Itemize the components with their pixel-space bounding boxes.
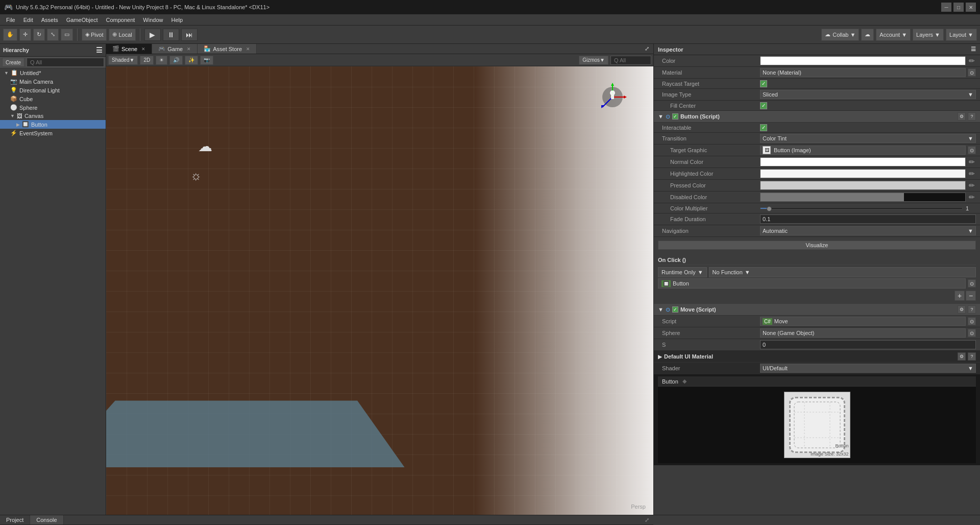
script-field[interactable]: C# Move [760, 317, 966, 326]
button-script-settings-button[interactable]: ⚙ [958, 112, 966, 121]
visualize-button[interactable]: Visualize [658, 241, 976, 250]
raycast-checkbox[interactable]: ✓ [760, 80, 767, 87]
color-multiplier-slider-thumb[interactable] [767, 206, 772, 211]
hierarchy-item-main-camera[interactable]: 📷 Main Camera [0, 77, 106, 86]
hierarchy-item-sphere[interactable]: ⚪ Sphere [0, 103, 106, 112]
fade-duration-input[interactable]: 0.1 [760, 214, 976, 224]
runtime-only-dropdown[interactable]: Runtime Only ▼ [658, 267, 707, 277]
hierarchy-create-button[interactable]: Create [2, 58, 24, 67]
transition-dropdown[interactable]: Color Tint ▼ [760, 134, 976, 143]
material-select-button[interactable]: ⊙ [968, 68, 976, 77]
hierarchy-item-canvas[interactable]: ▼ 🖼 Canvas [0, 112, 106, 120]
layout-button[interactable]: Layout ▼ [946, 29, 977, 41]
interactable-checkbox[interactable]: ✓ [760, 124, 767, 131]
lighting-button[interactable]: ☀ [156, 56, 167, 65]
highlighted-color-edit-button[interactable]: ✏ [968, 170, 976, 178]
hierarchy-item-untitled[interactable]: ▼ 📋 Untitled* [0, 68, 106, 77]
default-material-header[interactable]: ▶ Default UI Material ⚙ ? [654, 351, 980, 363]
collab-button[interactable]: ☁ Collab ▼ [821, 29, 859, 41]
cloud-button[interactable]: ☁ [861, 29, 874, 41]
material-field[interactable]: None (Material) [760, 68, 966, 77]
move-script-header[interactable]: ▼ ⊙ ✓ Move (Script) ⚙ ? [654, 304, 980, 316]
gizmos-button[interactable]: Gizmos ▼ [579, 56, 608, 65]
step-button[interactable]: ⏭ [181, 29, 198, 41]
hand-tool-button[interactable]: ✋ [3, 29, 17, 41]
shading-dropdown-button[interactable]: Shaded ▼ [108, 56, 138, 65]
menu-file[interactable]: File [2, 16, 19, 24]
color-multiplier-slider-track[interactable] [760, 207, 963, 209]
sphere-select-button[interactable]: ⊙ [968, 329, 976, 337]
navigation-dropdown[interactable]: Automatic ▼ [760, 226, 976, 235]
sphere-field[interactable]: None (Game Object) [760, 328, 966, 338]
asset-store-tab-close[interactable]: ✕ [246, 46, 250, 52]
2d-button[interactable]: 2D [140, 56, 154, 65]
normal-color-edit-button[interactable]: ✏ [968, 158, 976, 166]
button-script-header[interactable]: ▼ ⊙ ✓ Button (Script) ⚙ ? [654, 111, 980, 123]
s-input[interactable]: 0 [760, 340, 976, 349]
no-function-dropdown[interactable]: No Function ▼ [709, 267, 976, 277]
tab-scene[interactable]: 🎬 Scene ✕ [106, 44, 152, 54]
onclick-add-button[interactable]: + [954, 291, 965, 301]
tab-project[interactable]: Project [0, 515, 30, 524]
fill-center-checkbox[interactable]: ✓ [760, 102, 767, 109]
scale-tool-button[interactable]: ⤡ [47, 29, 59, 41]
local-button[interactable]: ⊕ Local [109, 29, 135, 41]
color-edit-button[interactable]: ✏ [968, 57, 976, 65]
pivot-button[interactable]: ◈ Pivot [82, 29, 107, 41]
scene-search-input[interactable] [610, 56, 651, 65]
maximize-button[interactable]: □ [953, 3, 964, 12]
normal-color-swatch[interactable] [760, 157, 966, 166]
image-type-dropdown[interactable]: Sliced ▼ [760, 90, 976, 99]
viewport-maximize-icon[interactable]: ⤢ [641, 45, 653, 52]
rotate-tool-button[interactable]: ↻ [33, 29, 45, 41]
default-material-settings-button[interactable]: ⚙ [958, 352, 966, 361]
default-material-help-button[interactable]: ? [968, 352, 976, 361]
onclick-remove-button[interactable]: − [966, 291, 976, 301]
shader-dropdown[interactable]: UI/Default ▼ [760, 364, 976, 373]
hierarchy-item-cube[interactable]: 📦 Cube [0, 94, 106, 103]
target-graphic-field[interactable]: 🖼 Button (Image) [760, 146, 966, 155]
menu-assets[interactable]: Assets [37, 16, 62, 24]
pressed-color-swatch[interactable] [760, 181, 966, 190]
project-maximize-icon[interactable]: ⤢ [641, 517, 653, 523]
button-script-enable-checkbox[interactable]: ✓ [672, 113, 678, 120]
tab-console[interactable]: Console [30, 515, 63, 524]
menu-window[interactable]: Window [139, 16, 167, 24]
close-button[interactable]: ✕ [966, 3, 976, 12]
move-script-enable-checkbox[interactable]: ✓ [672, 306, 678, 313]
menu-component[interactable]: Component [102, 16, 139, 24]
menu-help[interactable]: Help [167, 16, 187, 24]
hierarchy-item-button[interactable]: ▶ 🔲 Button [0, 120, 106, 129]
pause-button[interactable]: ⏸ [163, 29, 179, 41]
scene-camera-button[interactable]: 📷 [200, 56, 213, 65]
button-script-help-button[interactable]: ? [968, 112, 976, 121]
onclick-target-select-button[interactable]: ⊙ [968, 279, 976, 288]
rect-tool-button[interactable]: ▭ [61, 29, 73, 41]
highlighted-color-swatch[interactable] [760, 169, 966, 178]
hierarchy-search-input[interactable] [27, 58, 104, 67]
layers-button[interactable]: Layers ▼ [913, 29, 944, 41]
disabled-color-swatch[interactable] [760, 193, 966, 202]
play-button[interactable]: ▶ [144, 29, 161, 41]
account-button[interactable]: Account ▼ [876, 29, 911, 41]
audio-button[interactable]: 🔊 [169, 56, 183, 65]
color-swatch[interactable] [760, 56, 966, 65]
game-tab-close[interactable]: ✕ [187, 46, 191, 52]
menu-gameobject[interactable]: GameObject [62, 16, 102, 24]
scene-view[interactable]: ☁ ☼ Pe [106, 66, 653, 515]
onclick-target-field[interactable]: 🔲 Button [658, 278, 966, 289]
move-script-help-button[interactable]: ? [968, 305, 976, 314]
minimize-button[interactable]: ─ [941, 3, 951, 12]
target-graphic-select-button[interactable]: ⊙ [968, 146, 976, 154]
hierarchy-item-directional-light[interactable]: 💡 Directional Light [0, 86, 106, 94]
move-script-settings-button[interactable]: ⚙ [958, 305, 966, 314]
inspector-menu-icon[interactable]: ☰ [971, 46, 976, 53]
script-select-button[interactable]: ⊙ [968, 317, 976, 325]
move-tool-button[interactable]: ✛ [19, 29, 31, 41]
tab-game[interactable]: 🎮 Game ✕ [152, 44, 198, 54]
pressed-color-edit-button[interactable]: ✏ [968, 181, 976, 189]
disabled-color-edit-button[interactable]: ✏ [968, 193, 976, 201]
effects-button[interactable]: ✨ [185, 56, 198, 65]
tab-asset-store[interactable]: 🏪 Asset Store ✕ [198, 44, 257, 54]
menu-edit[interactable]: Edit [19, 16, 37, 24]
